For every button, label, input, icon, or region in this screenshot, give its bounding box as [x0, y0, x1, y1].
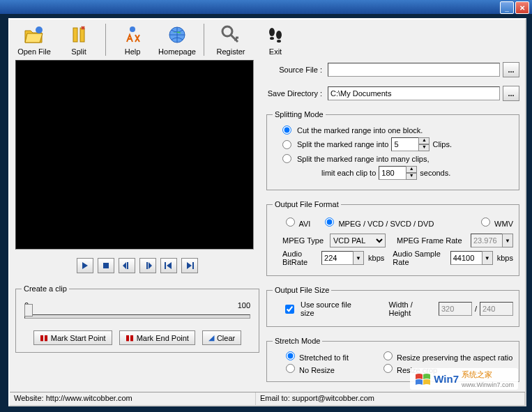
help-button[interactable]: Help [112, 22, 153, 57]
browse-dir-button[interactable]: ... [503, 86, 519, 101]
main-window: Open File Split Help Homepage Register [8, 18, 526, 406]
exit-button[interactable]: Exit [255, 22, 296, 57]
width-height-label: Width / Height [388, 300, 435, 317]
svg-rect-10 [103, 263, 109, 268]
svg-point-5 [222, 26, 232, 36]
status-bar: Website: http://www.witcobber.com Email … [10, 392, 525, 405]
toolbar-label: Help [125, 47, 141, 56]
mark-start-button[interactable]: ▮▮Mark Start Point [33, 330, 112, 345]
chevron-down-icon[interactable]: ▼ [482, 251, 493, 265]
width-input [439, 302, 472, 316]
next-button[interactable] [181, 258, 198, 273]
output-size-legend: Output File Size [273, 286, 331, 294]
mark-end-button[interactable]: ▮▮Mark End Point [119, 330, 195, 345]
play-button[interactable] [77, 258, 93, 273]
titlebar: _ ✕ [0, 0, 532, 14]
source-file-input[interactable] [328, 63, 500, 77]
toolbar-label: Open File [17, 47, 51, 56]
toolbar-label: Split [71, 47, 86, 56]
svg-rect-2 [80, 28, 84, 42]
clip-seconds-input[interactable] [379, 166, 406, 180]
step-forward-button[interactable] [139, 258, 156, 273]
output-format-group: Output File Format AVI MPEG / VCD / SVCD… [266, 200, 519, 276]
help-icon [121, 24, 144, 46]
split-mode-many-radio[interactable] [282, 154, 291, 163]
format-mpeg-option[interactable]: MPEG / VCD / SVCD / DVD [321, 215, 434, 228]
splitting-mode-legend: Splitting Mode [273, 110, 326, 119]
spin-up-button[interactable]: ▲ [418, 137, 430, 144]
stretch-fit-option[interactable]: Stretched to fit [282, 349, 380, 362]
save-dir-label: Save Directory : [266, 89, 325, 98]
audio-bitrate-input[interactable] [321, 251, 354, 265]
output-size-group: Output File Size Use source file size Wi… [266, 286, 519, 327]
sample-rate-input[interactable] [450, 251, 482, 265]
stretch-noresize-option[interactable]: No Resize [282, 362, 380, 374]
chevron-down-icon[interactable]: ▼ [502, 234, 513, 247]
spin-up-button[interactable]: ▲ [406, 166, 417, 173]
toolbar-label: Register [217, 47, 245, 56]
format-wmv-option[interactable]: WMV [478, 215, 513, 228]
close-button[interactable]: ✕ [515, 1, 529, 14]
register-button[interactable]: Register [211, 22, 251, 57]
step-back-button[interactable] [119, 258, 135, 273]
mpeg-type-select[interactable]: VCD PAL [330, 234, 386, 247]
frame-rate-label: MPEG Frame Rate [397, 236, 466, 245]
split-mode-one-block-radio[interactable] [282, 125, 291, 135]
scissors-icon [68, 24, 90, 46]
sample-rate-label: Audio Sample Rate [393, 250, 446, 266]
use-source-size-checkbox[interactable]: Use source file size [282, 300, 365, 317]
status-email: Email to: support@witcobber.com [256, 392, 525, 405]
create-clip-group: Create a clip 0 100 ▮▮Mark Start Point ▮… [15, 284, 259, 353]
svg-point-7 [270, 37, 274, 40]
svg-point-8 [276, 31, 282, 39]
globe-icon [166, 24, 188, 46]
split-button[interactable]: Split [59, 22, 99, 57]
save-dir-input[interactable] [328, 86, 500, 100]
open-file-button[interactable]: Open File [14, 22, 54, 57]
prev-button[interactable] [160, 258, 177, 273]
stretch-mode-legend: Stretch Mode [273, 337, 322, 345]
stretch-preserve-option[interactable]: Resize preserving the aspect ratio [380, 349, 512, 362]
audio-bitrate-label: Audio BitRate [282, 250, 317, 266]
spin-down-button[interactable]: ▼ [418, 144, 430, 151]
svg-point-6 [269, 28, 275, 36]
frame-rate-input [471, 234, 503, 247]
toolbar: Open File Split Help Homepage Register [10, 20, 525, 60]
clip-slider[interactable]: 0 100 [24, 301, 250, 321]
marker-icon: ▮▮ [40, 333, 48, 342]
svg-point-9 [277, 40, 281, 43]
key-icon [220, 24, 242, 46]
svg-point-0 [36, 26, 43, 33]
browse-source-button[interactable]: ... [503, 62, 519, 77]
source-file-label: Source File : [266, 66, 325, 74]
splitting-mode-group: Splitting Mode Cut the marked range into… [266, 110, 519, 190]
playback-controls [15, 258, 259, 273]
clear-button[interactable]: ◢Clear [202, 330, 241, 345]
status-website: Website: http://www.witcobber.com [10, 392, 256, 405]
create-clip-legend: Create a clip [22, 284, 69, 293]
toolbar-label: Homepage [158, 47, 196, 56]
windows-icon [414, 372, 431, 387]
toolbar-label: Exit [269, 47, 282, 56]
slider-end-label: 100 [238, 301, 250, 310]
mpeg-type-label: MPEG Type [282, 236, 326, 245]
split-mode-clips-radio[interactable] [282, 140, 291, 149]
folder-open-icon [23, 24, 45, 46]
stop-button[interactable] [98, 258, 114, 273]
video-preview [15, 60, 254, 250]
format-avi-option[interactable]: AVI [282, 215, 310, 228]
minimize-button[interactable]: _ [500, 1, 514, 14]
output-format-legend: Output File Format [273, 200, 341, 208]
homepage-button[interactable]: Homepage [157, 22, 197, 57]
svg-point-3 [130, 26, 135, 32]
svg-rect-1 [73, 28, 77, 42]
slider-thumb[interactable] [24, 304, 33, 316]
height-input [480, 302, 513, 316]
chevron-down-icon[interactable]: ▼ [353, 251, 364, 265]
watermark-logo: Win7 系统之家www.Winwin7.com [410, 368, 518, 390]
eraser-icon: ◢ [208, 333, 214, 342]
clips-count-input[interactable] [391, 137, 419, 151]
marker-icon: ▮▮ [126, 333, 134, 342]
spin-down-button[interactable]: ▼ [406, 173, 417, 180]
footprints-icon [264, 24, 287, 46]
